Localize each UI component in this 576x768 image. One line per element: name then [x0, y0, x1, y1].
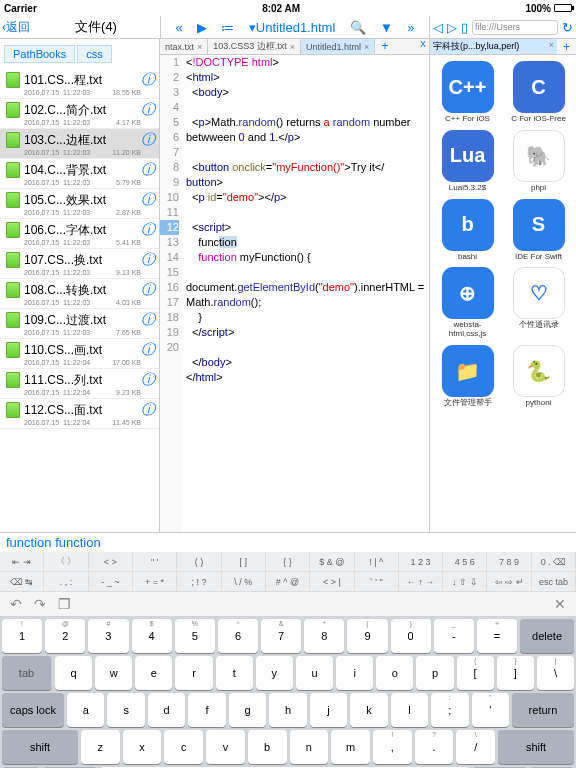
key[interactable]: t	[216, 656, 253, 690]
symbol-key[interactable]: ! | ^	[355, 552, 399, 572]
symbol-key[interactable]: - _ ~	[89, 572, 133, 592]
key[interactable]: b	[248, 730, 287, 764]
key[interactable]: d	[148, 693, 185, 727]
add-tab-button[interactable]: +	[375, 39, 394, 54]
symbol-key[interactable]: ← ↑ →	[399, 572, 443, 592]
current-file-label[interactable]: ▾Untitled1.html	[249, 20, 335, 35]
symbol-key[interactable]: . , :	[44, 572, 88, 592]
key[interactable]: s	[107, 693, 144, 727]
symbol-key[interactable]: ⇦ ⇨ ↵	[487, 572, 531, 592]
key[interactable]: tab	[2, 656, 52, 690]
symbol-key[interactable]: \ / %	[222, 572, 266, 592]
app-item[interactable]: ♡个性通讯录	[507, 267, 570, 339]
info-icon[interactable]: ⓘ	[141, 311, 155, 329]
file-item[interactable]: 106.C...字体.txtⓘ2016.07.15 11:22:035.41 K…	[0, 219, 159, 249]
symbol-key[interactable]: 0 . ⌫	[532, 552, 576, 572]
file-item[interactable]: 104.C...背景.txtⓘ2016.07.15 11:22:035.79 K…	[0, 159, 159, 189]
browser-tab[interactable]: 宇科技(p...by,lua,perl)×	[430, 39, 557, 54]
key[interactable]: delete	[520, 619, 574, 653]
symbol-key[interactable]: < >	[89, 552, 133, 572]
info-icon[interactable]: ⓘ	[141, 341, 155, 359]
key[interactable]: #3	[88, 619, 128, 653]
close-toolbar-icon[interactable]: ✕	[554, 596, 566, 612]
symbol-key[interactable]: 4 5 6	[443, 552, 487, 572]
code-content[interactable]: <!DOCTYPE html> <html> <body> <p>Math.ra…	[182, 55, 429, 532]
key[interactable]: caps lock	[2, 693, 64, 727]
first-icon[interactable]: «	[175, 20, 182, 35]
symbol-key[interactable]: esc tab	[532, 572, 576, 592]
key[interactable]: v	[206, 730, 245, 764]
key[interactable]: f	[188, 693, 225, 727]
refresh-icon[interactable]: ↻	[562, 20, 573, 35]
key[interactable]: o	[376, 656, 413, 690]
key[interactable]: _-	[434, 619, 474, 653]
editor-tab[interactable]: 103.CSS3 边框.txt×	[208, 39, 301, 54]
file-item[interactable]: 111.CS...列.txtⓘ2016.07.15 11:22:049.23 K…	[0, 369, 159, 399]
crumb-css[interactable]: css	[77, 45, 112, 63]
info-icon[interactable]: ⓘ	[141, 191, 155, 209]
app-item[interactable]: LuaLuai5.3.2$	[436, 130, 499, 193]
browser-back-icon[interactable]: ◁	[433, 20, 443, 35]
symbol-key[interactable]: 7 8 9	[487, 552, 531, 572]
key[interactable]: *8	[304, 619, 344, 653]
info-icon[interactable]: ⓘ	[141, 71, 155, 89]
file-item[interactable]: 108.C...转换.txtⓘ2016.07.15 11:22:034.03 K…	[0, 279, 159, 309]
key[interactable]: ^6	[218, 619, 258, 653]
key[interactable]: e	[135, 656, 172, 690]
dropdown-icon[interactable]: ▼	[380, 20, 393, 35]
info-icon[interactable]: ⓘ	[141, 131, 155, 149]
back-button[interactable]: ‹返回	[0, 19, 32, 36]
file-item[interactable]: 102.C...简介.txtⓘ2016.07.15 11:22:034.17 K…	[0, 99, 159, 129]
undo-icon[interactable]: ↶	[10, 596, 22, 612]
key[interactable]: shift	[498, 730, 574, 764]
app-item[interactable]: CC For iOS-Free	[507, 61, 570, 124]
app-item[interactable]: ⊕websta-html,css,js	[436, 267, 499, 339]
key[interactable]: z	[81, 730, 120, 764]
app-item[interactable]: SIDE For Swift	[507, 199, 570, 262]
key[interactable]: !,	[373, 730, 412, 764]
symbol-key[interactable]: $ & @	[310, 552, 354, 572]
key[interactable]: |\	[537, 656, 574, 690]
app-item[interactable]: 📁文件管理帮手	[436, 345, 499, 408]
key[interactable]: !1	[2, 619, 42, 653]
code-editor[interactable]: 1234567891011121314151617181920 <!DOCTYP…	[160, 55, 429, 532]
file-item[interactable]: 105.C...效果.txtⓘ2016.07.15 11:22:032.87 K…	[0, 189, 159, 219]
close-all-icon[interactable]: X	[417, 39, 429, 54]
key[interactable]: u	[296, 656, 333, 690]
add-tab-button[interactable]: +	[557, 40, 576, 54]
browser-fwd-icon[interactable]: ▷	[447, 20, 457, 35]
symbol-key[interactable]: ` ' "	[355, 572, 399, 592]
info-icon[interactable]: ⓘ	[141, 251, 155, 269]
redo-icon[interactable]: ↷	[34, 596, 46, 612]
key[interactable]: $4	[132, 619, 172, 653]
symbol-key[interactable]: " '	[133, 552, 177, 572]
file-item[interactable]: 112.CS...面.txtⓘ2016.07.15 11:22:0411.45 …	[0, 399, 159, 429]
file-item[interactable]: 110.CS...画.txtⓘ2016.07.15 11:22:0417.00 …	[0, 339, 159, 369]
key[interactable]: g	[229, 693, 266, 727]
symbol-key[interactable]: ⌫ ↹	[0, 572, 44, 592]
close-icon[interactable]: ×	[364, 42, 369, 52]
info-icon[interactable]: ⓘ	[141, 101, 155, 119]
info-icon[interactable]: ⓘ	[141, 221, 155, 239]
symbol-key[interactable]: ; ! ?	[177, 572, 221, 592]
file-item[interactable]: 109.C...过渡.txtⓘ2016.07.15 11:22:037.65 K…	[0, 309, 159, 339]
symbol-key[interactable]: ⇤ ⇥	[0, 552, 44, 572]
key[interactable]: h	[269, 693, 306, 727]
key[interactable]: x	[123, 730, 162, 764]
info-icon[interactable]: ⓘ	[141, 371, 155, 389]
key[interactable]: )0	[391, 619, 431, 653]
app-item[interactable]: bbashi	[436, 199, 499, 262]
keyboard[interactable]: !1@2#3$4%5^6&7*8(9)0_-+=delete tabqwerty…	[0, 616, 576, 768]
url-field[interactable]	[472, 20, 558, 35]
key[interactable]: "'	[472, 693, 509, 727]
editor-tab[interactable]: Untitled1.html×	[301, 39, 375, 54]
search-icon[interactable]: 🔍	[350, 20, 366, 35]
key[interactable]: k	[350, 693, 387, 727]
key[interactable]: a	[67, 693, 104, 727]
symbol-key[interactable]: [ ]	[222, 552, 266, 572]
key[interactable]: +=	[477, 619, 517, 653]
key[interactable]: %5	[175, 619, 215, 653]
crumb-root[interactable]: PathBooks	[4, 45, 75, 63]
key[interactable]: q	[55, 656, 92, 690]
editor-tab[interactable]: ntax.txt×	[160, 39, 208, 54]
